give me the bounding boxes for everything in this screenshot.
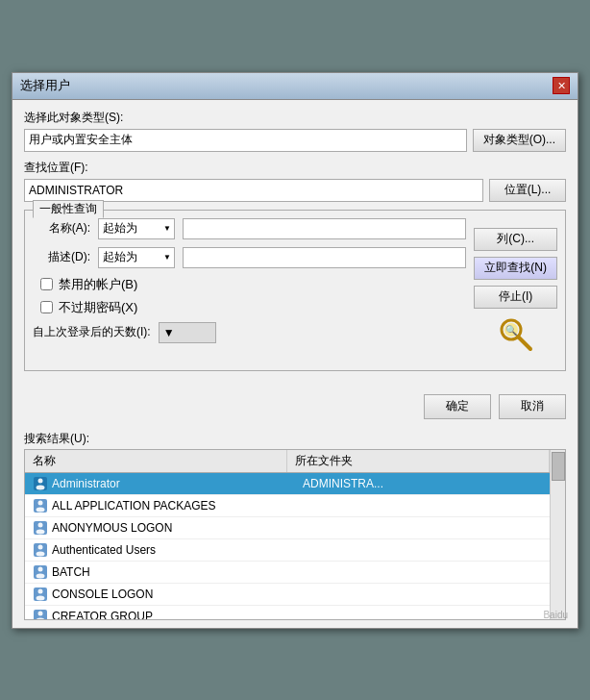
svg-point-6	[37, 485, 45, 489]
days-combo-arrow: ▼	[163, 326, 175, 339]
name-value-input[interactable]	[183, 218, 466, 239]
svg-point-8	[38, 500, 43, 505]
svg-text:🔍: 🔍	[505, 324, 518, 337]
user-icon	[33, 498, 48, 513]
select-user-dialog: 选择用户 ✕ 选择此对象类型(S): 对象类型(O)... 查找位置(F): 位…	[12, 72, 578, 629]
object-type-section: 选择此对象类型(S): 对象类型(O)...	[24, 110, 566, 152]
svg-point-5	[38, 478, 43, 483]
location-input[interactable]	[24, 179, 483, 202]
user-icon	[33, 564, 48, 580]
desc-label: 描述(D):	[33, 249, 90, 265]
svg-point-9	[37, 507, 45, 512]
search-icon-area: 🔍	[474, 314, 557, 362]
name-row: 名称(A): 起始为 ▼	[33, 218, 466, 239]
days-row: 自上次登录后的天数(I): ▼	[33, 322, 466, 343]
watermark: Baidu	[543, 610, 568, 620]
desc-combo[interactable]: 起始为 ▼	[98, 247, 175, 268]
noexpiry-checkbox[interactable]	[40, 301, 53, 313]
col-name-header: 名称	[25, 450, 287, 472]
table-cell-folder	[295, 606, 565, 620]
user-icon	[33, 476, 48, 491]
table-cell-name: BATCH	[25, 562, 295, 583]
checkbox-noexpiry-row: 不过期密码(X)	[33, 299, 466, 316]
close-button[interactable]: ✕	[553, 77, 570, 94]
table-cell-folder: ADMINISTRA...	[295, 473, 565, 494]
ok-button[interactable]: 确定	[424, 394, 491, 419]
table-cell-folder	[295, 584, 565, 605]
svg-point-11	[38, 522, 43, 527]
find-now-button[interactable]: 立即查找(N)	[474, 257, 557, 280]
search-results-label: 搜索结果(U):	[12, 427, 578, 449]
section-fields: 名称(A): 起始为 ▼ 描述(D): 起始为 ▼	[33, 218, 466, 362]
svg-point-12	[37, 529, 45, 534]
search-results-table[interactable]: 名称 所在文件夹 AdministratorADMINISTRA... ALL …	[24, 449, 566, 620]
name-combo[interactable]: 起始为 ▼	[98, 218, 175, 239]
table-cell-name: Authenticated Users	[25, 539, 295, 561]
object-type-label: 选择此对象类型(S):	[24, 110, 566, 126]
table-cell-name: CONSOLE LOGON	[25, 584, 295, 605]
table-cell-folder	[295, 562, 565, 583]
table-row[interactable]: ANONYMOUS LOGON	[25, 517, 565, 539]
svg-point-18	[37, 573, 45, 578]
section-tab[interactable]: 一般性查询	[33, 200, 104, 218]
dialog-title: 选择用户	[20, 77, 70, 94]
location-label: 查找位置(F):	[24, 160, 566, 176]
cancel-button[interactable]: 取消	[499, 394, 566, 419]
scrollbar-thumb[interactable]	[552, 452, 565, 481]
col-button[interactable]: 列(C)...	[474, 228, 557, 251]
desc-value-input[interactable]	[183, 247, 466, 268]
svg-point-14	[38, 544, 43, 549]
table-rows-container: AdministratorADMINISTRA... ALL APPLICATI…	[25, 473, 565, 620]
svg-point-23	[38, 611, 43, 615]
desc-combo-arrow: ▼	[163, 253, 171, 262]
noexpiry-label: 不过期密码(X)	[59, 299, 137, 316]
table-row[interactable]: CONSOLE LOGON	[25, 584, 565, 606]
table-row[interactable]: AdministratorADMINISTRA...	[25, 473, 565, 495]
user-icon	[33, 520, 48, 536]
object-type-button[interactable]: 对象类型(O)...	[473, 129, 566, 152]
table-cell-name: CREATOR GROUP	[25, 606, 295, 620]
table-scrollbar[interactable]	[550, 450, 565, 619]
days-label: 自上次登录后的天数(I):	[33, 324, 151, 340]
user-icon	[33, 609, 48, 620]
svg-line-1	[518, 337, 530, 349]
table-cell-name: ANONYMOUS LOGON	[25, 517, 295, 538]
svg-point-17	[38, 566, 43, 571]
dialog-body: 选择此对象类型(S): 对象类型(O)... 查找位置(F): 位置(L)...…	[12, 100, 578, 388]
table-row[interactable]: Authenticated Users	[25, 539, 565, 562]
section-right-buttons: 列(C)... 立即查找(N) 停止(I) 🔍	[474, 218, 557, 362]
table-row[interactable]: CREATOR GROUP	[25, 606, 565, 620]
svg-point-21	[37, 595, 45, 600]
disabled-accounts-checkbox[interactable]	[40, 278, 53, 290]
col-folder-header: 所在文件夹	[287, 450, 550, 472]
table-cell-folder	[295, 539, 565, 561]
name-combo-arrow: ▼	[163, 224, 171, 233]
checkbox-disabled-row: 禁用的帐户(B)	[33, 276, 466, 293]
title-bar: 选择用户 ✕	[12, 73, 578, 100]
svg-point-15	[37, 551, 45, 556]
table-cell-folder	[295, 495, 565, 516]
table-header: 名称 所在文件夹	[25, 450, 565, 473]
desc-row: 描述(D): 起始为 ▼	[33, 247, 466, 268]
table-cell-folder	[295, 517, 565, 538]
user-icon	[33, 542, 48, 558]
name-label: 名称(A):	[33, 220, 90, 237]
table-row[interactable]: BATCH	[25, 562, 565, 584]
bottom-bar: 确定 取消	[12, 388, 578, 427]
svg-point-20	[38, 588, 43, 593]
search-decorative-icon: 🔍	[496, 314, 536, 355]
user-icon	[33, 587, 48, 602]
location-section: 查找位置(F): 位置(L)...	[24, 160, 566, 202]
location-button[interactable]: 位置(L)...	[489, 179, 566, 202]
days-combo[interactable]: ▼	[159, 322, 216, 343]
table-cell-name: Administrator	[25, 473, 295, 494]
general-query-section: 一般性查询 名称(A): 起始为 ▼ 描述(D):	[24, 210, 566, 371]
table-row[interactable]: ALL APPLICATION PACKAGES	[25, 495, 565, 517]
table-cell-name: ALL APPLICATION PACKAGES	[25, 495, 295, 516]
disabled-accounts-label: 禁用的帐户(B)	[59, 276, 137, 293]
stop-button[interactable]: 停止(I)	[474, 286, 557, 309]
object-type-input[interactable]	[24, 129, 467, 152]
